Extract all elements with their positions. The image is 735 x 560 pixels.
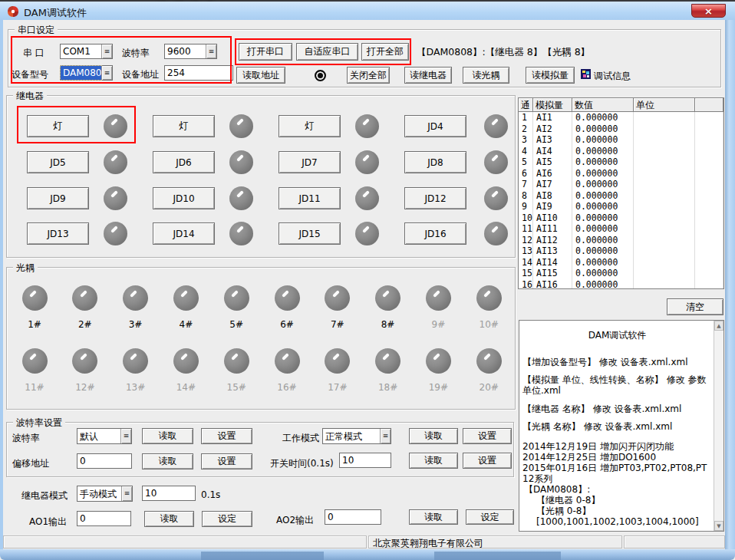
read-address-button[interactable]: 读取地址 — [236, 67, 285, 84]
work-mode-set-button[interactable]: 设置 — [463, 428, 512, 444]
baud-rate-dropdown[interactable]: ≡ — [206, 44, 216, 58]
adaptive-serial-button[interactable]: 自适应串口 — [296, 43, 358, 61]
ao2-set-button[interactable]: 设定 — [466, 509, 514, 525]
table-row[interactable]: 11AI110.000000 — [519, 223, 723, 235]
switch-time-set-button[interactable]: 设置 — [463, 453, 512, 469]
dropdown-glyph-icon: ≡ — [104, 70, 110, 77]
read-opto-button[interactable]: 读光耦 — [463, 67, 509, 84]
analog-col-header-1[interactable]: 通 — [519, 98, 533, 112]
relay-indicator-14 — [229, 222, 253, 245]
relay-button-7[interactable]: JD7 — [279, 151, 341, 173]
serial-port-value: COM1 — [61, 44, 101, 58]
relay-button-2[interactable]: 灯 — [153, 115, 215, 137]
cell-name: AI2 — [533, 124, 572, 135]
open-serial-button[interactable]: 打开串口 — [239, 43, 292, 61]
table-row[interactable]: 15AI150.000000 — [519, 268, 723, 279]
cell-unit — [634, 279, 695, 290]
offset-read-button[interactable]: 读取 — [142, 453, 193, 469]
relay-button-1[interactable]: 灯 — [27, 115, 89, 137]
status-bar: 北京聚英翱翔电子有限公司 — [3, 535, 725, 548]
relay-button-15: JD15 — [279, 222, 341, 245]
scroll-down-icon[interactable]: ▼ — [714, 521, 723, 531]
opto-label-3: 3# — [123, 319, 149, 330]
app-window: 选择设备 DAM调试软件 × 串口设定 串 口 COM1 ≡ 波特率 9600 … — [0, 0, 735, 560]
serial-port-dropdown[interactable]: ≡ — [101, 44, 112, 58]
table-row[interactable]: 7AI70.000000 — [519, 179, 723, 190]
relay-indicator-9 — [104, 186, 127, 210]
titlebar[interactable]: DAM调试软件 × — [0, 2, 735, 20]
baud-setting-dropdown[interactable]: ≡ — [120, 429, 131, 443]
info-panel[interactable]: DAM调试软件【增加设备型号】 修改 设备表.xml.xml【模拟量 单位、线性… — [519, 320, 724, 532]
table-row[interactable]: 12AI120.000000 — [519, 235, 723, 246]
baud-read-button[interactable]: 读取 — [142, 428, 193, 444]
analog-col-header-5[interactable] — [695, 98, 723, 112]
work-mode-dropdown[interactable]: ≡ — [380, 429, 391, 443]
table-row[interactable]: 2AI20.000000 — [519, 124, 723, 135]
table-row[interactable]: 5AI50.000000 — [519, 156, 723, 168]
ao1-set-button[interactable]: 设定 — [202, 511, 252, 527]
device-model-combo[interactable]: DAM0808 ≡ — [60, 65, 113, 81]
relay-button-8[interactable]: JD8 — [404, 151, 466, 173]
device-address-input[interactable]: 254 — [164, 65, 233, 81]
cell-name: AI7 — [533, 179, 572, 190]
baud-setting-combo[interactable]: 默认 ≡ — [77, 428, 132, 444]
opto-label-5: 5# — [223, 319, 249, 330]
table-row[interactable]: 16AI160.000000 — [519, 279, 723, 290]
table-row[interactable]: 14AI140.000000 — [519, 257, 723, 268]
relay-indicator-13 — [104, 222, 127, 245]
ao1-read-button[interactable]: 读取 — [144, 511, 194, 527]
offset-set-button[interactable]: 设置 — [201, 453, 252, 469]
cell-unit — [634, 190, 695, 202]
table-row[interactable]: 3AI30.000000 — [519, 134, 723, 146]
analog-col-header-3[interactable]: 数值 — [572, 98, 634, 112]
analog-col-header-4[interactable]: 单位 — [634, 98, 695, 112]
relay-mode-combo[interactable]: 手动模式 ≡ — [77, 486, 133, 502]
read-analog-button[interactable]: 读模拟量 — [526, 67, 575, 84]
switch-time-input[interactable]: 10 — [339, 453, 391, 468]
opto-indicator-8 — [375, 285, 400, 311]
close-button[interactable]: × — [691, 4, 726, 18]
analog-col-header-2[interactable]: 模拟量 — [533, 98, 572, 112]
baud-set-button[interactable]: 设置 — [201, 428, 252, 444]
read-relay-button[interactable]: 读继电器 — [404, 67, 452, 84]
flash-time-input[interactable]: 10 — [142, 486, 196, 501]
scroll-up-icon[interactable]: ▲ — [714, 321, 723, 331]
relay-button-6[interactable]: JD6 — [153, 151, 215, 173]
work-mode-combo[interactable]: 正常模式 ≡ — [322, 428, 391, 444]
close-all-button[interactable]: 关闭全部 — [347, 67, 390, 84]
open-all-button[interactable]: 打开全部 — [361, 43, 409, 61]
table-row[interactable]: 4AI40.000000 — [519, 146, 723, 157]
opto-indicator-20 — [476, 348, 502, 374]
cell-name: AI8 — [533, 190, 572, 202]
relay-indicator-15 — [355, 222, 379, 245]
table-row[interactable]: 8AI80.000000 — [519, 190, 723, 202]
relay-button-5[interactable]: JD5 — [27, 151, 89, 173]
table-row[interactable]: 10AI100.000000 — [519, 212, 723, 224]
switch-time-read-button[interactable]: 读取 — [409, 453, 458, 469]
ao2-read-button[interactable]: 读取 — [409, 509, 458, 525]
serial-port-combo[interactable]: COM1 ≡ — [60, 44, 113, 59]
work-mode-read-button[interactable]: 读取 — [409, 428, 458, 444]
relay-button-3[interactable]: 灯 — [279, 115, 341, 137]
info-scrollbar[interactable]: ▲ ▼ — [714, 321, 723, 531]
cell-value: 0.000000 — [572, 201, 634, 212]
debug-info-icon — [581, 69, 591, 79]
table-row[interactable]: 13AI130.000000 — [519, 245, 723, 257]
clear-button[interactable]: 清空 — [667, 298, 723, 315]
opto-label-4: 4# — [173, 319, 199, 330]
analog-table[interactable]: 通模拟量数值单位 1AI10.0000002AI20.0000003AI30.0… — [518, 97, 724, 289]
table-row[interactable]: 6AI60.000000 — [519, 168, 723, 180]
relay-button-4[interactable]: JD4 — [404, 115, 466, 137]
opto-label-1: 1# — [21, 319, 48, 330]
table-row[interactable]: 9AI90.000000 — [519, 201, 723, 212]
device-model-dropdown[interactable]: ≡ — [101, 66, 112, 80]
ao1-input[interactable]: 0 — [77, 511, 131, 526]
relay-mode-dropdown[interactable]: ≡ — [121, 486, 132, 501]
ao2-input[interactable]: 0 — [325, 509, 381, 525]
opto-label-7: 7# — [325, 319, 351, 330]
relay-indicator-16 — [484, 222, 508, 245]
debug-info-label[interactable]: 调试信息 — [594, 70, 631, 83]
offset-address-input[interactable]: 0 — [77, 453, 132, 469]
baud-rate-combo[interactable]: 9600 ≡ — [164, 44, 217, 59]
table-row[interactable]: 1AI10.000000 — [519, 112, 723, 124]
